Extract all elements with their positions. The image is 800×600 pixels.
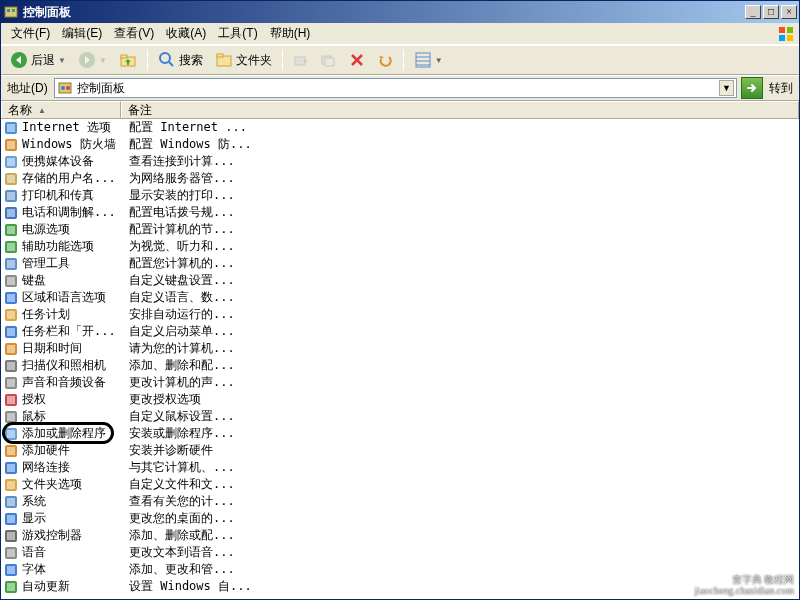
list-item[interactable]: 声音和音频设备更改计算机的声... [1,374,799,391]
item-icon [3,154,19,170]
item-name: 日期和时间 [22,340,121,357]
menu-edit[interactable]: 编辑(E) [56,23,108,44]
list-item[interactable]: 辅助功能选项为视觉、听力和... [1,238,799,255]
svg-rect-72 [7,515,15,523]
svg-rect-1 [7,9,10,12]
app-icon [3,4,19,20]
list-item[interactable]: 任务计划安排自动运行的... [1,306,799,323]
list-item[interactable]: 任务栏和「开...自定义启动菜单... [1,323,799,340]
watermark: 查字典 教程网 jiaocheng.chazidian.com [695,574,794,596]
close-button[interactable]: × [781,5,797,19]
list-item[interactable]: 授权更改授权选项 [1,391,799,408]
maximize-button[interactable]: □ [763,5,779,19]
list-item[interactable]: 添加或删除程序安装或删除程序... [1,425,799,442]
list-item[interactable]: 电源选项配置计算机的节... [1,221,799,238]
item-desc: 为视觉、听力和... [121,238,235,255]
menu-help[interactable]: 帮助(H) [264,23,317,44]
svg-rect-76 [7,549,15,557]
list-item[interactable]: 文件夹选项自定义文件和文... [1,476,799,493]
list-item[interactable]: 存储的用户名...为网络服务器管... [1,170,799,187]
item-icon [3,460,19,476]
delete-button[interactable] [344,48,370,72]
list-item[interactable]: 系统查看有关您的计... [1,493,799,510]
svg-point-23 [61,86,65,90]
up-button[interactable] [114,48,142,72]
go-button[interactable] [741,77,763,99]
item-name: 电源选项 [22,221,121,238]
item-name: 键盘 [22,272,121,289]
list-item[interactable]: 区域和语言选项自定义语言、数... [1,289,799,306]
item-name: 任务栏和「开... [22,323,121,340]
menu-tools[interactable]: 工具(T) [212,23,263,44]
separator [403,50,404,70]
list-item[interactable]: 显示更改您的桌面的... [1,510,799,527]
menu-file[interactable]: 文件(F) [5,23,56,44]
svg-rect-17 [325,58,334,66]
search-label: 搜索 [179,52,203,69]
list-item[interactable]: 电话和调制解...配置电话拨号规... [1,204,799,221]
list-item[interactable]: 语音更改文本到语音... [1,544,799,561]
titlebar[interactable]: 控制面板 _ □ × [1,1,799,23]
address-combo[interactable]: 控制面板 ▼ [54,78,737,98]
svg-rect-58 [7,396,15,404]
svg-rect-38 [7,226,15,234]
address-dropdown-arrow[interactable]: ▼ [719,80,734,96]
list-item[interactable]: 日期和时间请为您的计算机... [1,340,799,357]
list-area[interactable]: Internet 选项配置 Internet ...Windows 防火墙配置 … [1,119,799,599]
menu-favorites[interactable]: 收藏(A) [160,23,212,44]
sort-arrow-icon: ▲ [38,106,46,115]
item-desc: 安装或删除程序... [121,425,235,442]
item-name: 字体 [22,561,121,578]
list-item[interactable]: 游戏控制器添加、删除或配... [1,527,799,544]
list-item[interactable]: 添加硬件安装并诊断硬件 [1,442,799,459]
views-button[interactable]: ▼ [409,48,448,72]
list-item[interactable]: Windows 防火墙配置 Windows 防... [1,136,799,153]
column-desc[interactable]: 备注 [121,101,799,118]
svg-rect-26 [7,124,15,132]
item-desc: 与其它计算机、... [121,459,235,476]
list-item[interactable]: 便携媒体设备查看连接到计算... [1,153,799,170]
item-name: 电话和调制解... [22,204,121,221]
undo-button[interactable] [372,48,398,72]
svg-rect-48 [7,311,15,319]
svg-rect-68 [7,481,15,489]
list-item[interactable]: 管理工具配置您计算机的... [1,255,799,272]
item-desc: 配置 Internet ... [121,119,247,136]
item-icon [3,341,19,357]
item-name: Internet 选项 [22,119,121,136]
list-item[interactable]: 键盘自定义键盘设置... [1,272,799,289]
menu-view[interactable]: 查看(V) [108,23,160,44]
item-name: 管理工具 [22,255,121,272]
item-desc: 请为您的计算机... [121,340,235,357]
column-name[interactable]: 名称 ▲ [1,101,121,118]
list-item[interactable]: Internet 选项配置 Internet ... [1,119,799,136]
search-button[interactable]: 搜索 [153,48,208,72]
item-desc: 更改计算机的声... [121,374,235,391]
list-item[interactable]: 字体添加、更改和管... [1,561,799,578]
item-desc: 自定义鼠标设置... [121,408,235,425]
folders-button[interactable]: 文件夹 [210,48,277,72]
item-desc: 配置您计算机的... [121,255,235,272]
svg-rect-50 [7,328,15,336]
item-desc: 安装并诊断硬件 [121,442,213,459]
list-item[interactable]: 自动更新设置 Windows 自... [1,578,799,595]
list-item[interactable]: 扫描仪和照相机添加、删除和配... [1,357,799,374]
minimize-button[interactable]: _ [745,5,761,19]
list-item[interactable]: 鼠标自定义鼠标设置... [1,408,799,425]
item-icon [3,205,19,221]
item-icon [3,222,19,238]
list-item[interactable]: 网络连接与其它计算机、... [1,459,799,476]
item-desc: 显示安装的打印... [121,187,235,204]
item-desc: 添加、删除或配... [121,527,235,544]
item-name: 系统 [22,493,121,510]
item-name: 网络连接 [22,459,121,476]
list-item[interactable]: 打印机和传真显示安装的打印... [1,187,799,204]
item-icon [3,579,19,595]
item-desc: 更改文本到语音... [121,544,235,561]
item-icon [3,171,19,187]
back-button[interactable]: 后退 ▼ [5,48,71,72]
item-icon [3,443,19,459]
svg-rect-62 [7,430,15,438]
svg-rect-74 [7,532,15,540]
menubar: 文件(F) 编辑(E) 查看(V) 收藏(A) 工具(T) 帮助(H) [1,23,799,45]
